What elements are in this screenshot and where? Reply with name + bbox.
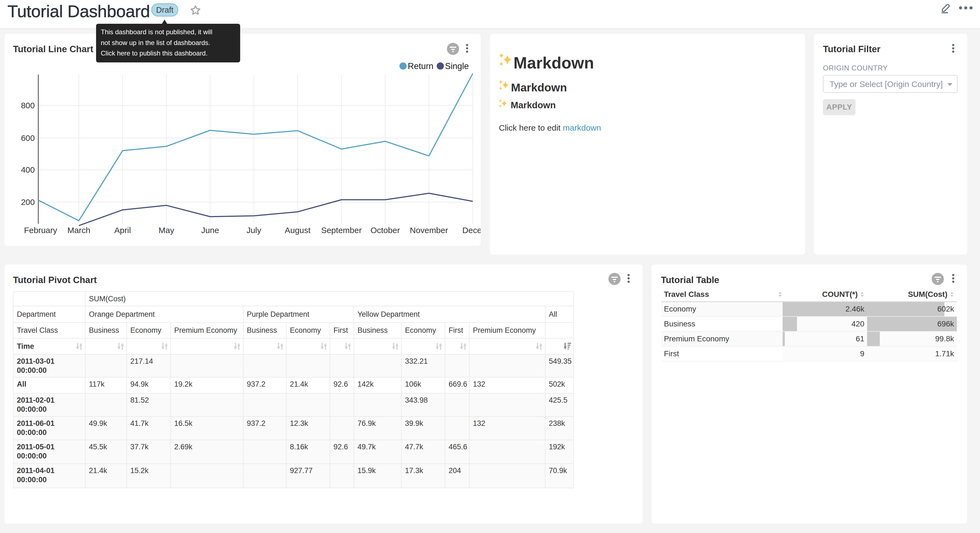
svg-text:May: May — [159, 226, 174, 235]
svg-text:September: September — [321, 226, 362, 235]
svg-text:600: 600 — [21, 133, 35, 142]
svg-text:October: October — [371, 226, 400, 235]
svg-text:400: 400 — [21, 165, 35, 174]
svg-text:Return: Return — [408, 61, 433, 71]
svg-text:December: December — [462, 226, 480, 235]
svg-text:Single: Single — [445, 61, 469, 71]
svg-text:800: 800 — [21, 101, 35, 110]
svg-text:August: August — [285, 226, 310, 235]
svg-text:March: March — [67, 226, 90, 235]
svg-text:200: 200 — [21, 198, 35, 207]
svg-text:February: February — [24, 226, 57, 235]
svg-text:November: November — [410, 226, 448, 235]
svg-text:April: April — [114, 226, 131, 235]
svg-text:June: June — [201, 226, 219, 235]
svg-text:July: July — [247, 226, 261, 235]
